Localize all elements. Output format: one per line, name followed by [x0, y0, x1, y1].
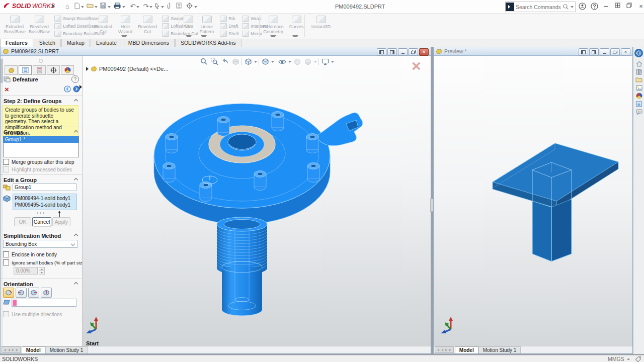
highlight-bodies-checkbox[interactable]: Highlight processed bodies: [3, 166, 72, 172]
merge-groups-checkbox[interactable]: Merge groups after this step: [3, 159, 74, 165]
highlight-bodies-checkbox-box[interactable]: [3, 166, 9, 172]
maximize-button[interactable]: [615, 3, 624, 11]
preview-tile-right-button[interactable]: [589, 48, 599, 56]
taskpane-expand-icon[interactable]: [634, 49, 643, 57]
merge-groups-checkbox-box[interactable]: [3, 159, 9, 165]
panel-section-drag-dots[interactable]: [37, 212, 44, 214]
spinner-down-icon[interactable]: [39, 271, 44, 274]
options-gear-button[interactable]: [186, 3, 194, 11]
tab-sketch[interactable]: Sketch: [34, 39, 61, 47]
tab-scroll-buttons[interactable]: ◄◄►►: [2, 346, 21, 353]
tab-solidworks-addins[interactable]: SOLIDWORKS Add-Ins: [175, 39, 242, 47]
revolved-cut-button[interactable]: Revolved Cut: [137, 15, 157, 34]
preview-minimize-button[interactable]: [600, 48, 609, 56]
preview-model-tab[interactable]: Model: [455, 346, 478, 353]
curves-button[interactable]: Curves: [288, 15, 305, 29]
multiple-directions-checkbox[interactable]: Use multiple directions: [3, 311, 62, 317]
shell-button[interactable]: Shell: [220, 30, 238, 37]
model-tab[interactable]: Model: [22, 346, 45, 353]
custom-properties-icon[interactable]: [635, 100, 643, 108]
groups-listbox[interactable]: Group1 *: [3, 136, 79, 157]
home-button[interactable]: ⌂: [63, 3, 71, 11]
tab-configurationmanager[interactable]: [33, 65, 46, 75]
tag-icon[interactable]: [635, 356, 641, 362]
ok-button[interactable]: OK: [14, 217, 31, 226]
tab-dimxpertmanager[interactable]: [47, 65, 60, 75]
draft-button[interactable]: Draft: [220, 22, 238, 30]
design-library-icon[interactable]: [635, 68, 643, 75]
model-3d[interactable]: [83, 56, 431, 346]
close-app-button[interactable]: ×: [636, 3, 644, 11]
undo-button[interactable]: ↶: [129, 3, 137, 11]
tab-displaymanager[interactable]: [61, 65, 74, 75]
hole-wizard-button[interactable]: Hole Wizard: [117, 15, 134, 34]
cancel-button[interactable]: Cancel: [32, 217, 51, 226]
preview-close-button[interactable]: ×: [621, 48, 630, 56]
rib-button[interactable]: Rib: [220, 15, 238, 22]
search-caret-icon[interactable]: [571, 6, 574, 8]
simplification-method-dropdown[interactable]: Bounding Box: [3, 240, 77, 248]
instant3d-button[interactable]: Instant3D: [308, 15, 334, 29]
tab-markup[interactable]: Markup: [61, 39, 90, 47]
panel-flyout-arrow[interactable]: [79, 85, 82, 89]
orientation-x-button[interactable]: [16, 288, 27, 298]
ignore-small-bodies-checkbox[interactable]: Ignore small bodies (% of part size): [3, 259, 87, 265]
motion-study-tab[interactable]: Motion Study 1: [45, 346, 88, 353]
tile-left-button[interactable]: [377, 48, 386, 56]
search-input[interactable]: [514, 4, 562, 10]
doc-close-button[interactable]: ×: [419, 48, 429, 56]
group-body-item[interactable]: PM009495-1-solid body1: [15, 202, 75, 208]
group-body-item[interactable]: PM009494-1-solid body1: [15, 195, 75, 202]
units-label[interactable]: MMGS: [608, 356, 624, 362]
tab-propertymanager[interactable]: [19, 65, 32, 75]
threshold-spinner-field[interactable]: 0.00%: [14, 267, 38, 275]
panel-resize-handle[interactable]: [39, 59, 43, 63]
group-bodies-list[interactable]: PM009494-1-solid body1 PM009495-1-solid …: [13, 194, 77, 210]
file-explorer-icon[interactable]: [635, 76, 643, 83]
open-button[interactable]: [87, 3, 95, 11]
extruded-cut-button[interactable]: Extruded Cut: [93, 15, 113, 34]
save-button[interactable]: [100, 3, 108, 11]
search-icon[interactable]: [562, 4, 569, 10]
orientation-y-button[interactable]: [28, 288, 39, 298]
linear-pattern-button[interactable]: Linear Pattern: [198, 15, 215, 34]
solidworks-resources-icon[interactable]: [635, 60, 643, 67]
preview-model-3d[interactable]: [434, 56, 632, 346]
preview-viewport[interactable]: [434, 56, 632, 346]
options-caret-icon[interactable]: [194, 6, 197, 8]
tab-featuremanager[interactable]: [5, 65, 18, 75]
units-caret-icon[interactable]: [627, 358, 630, 360]
tab-mbd-dimensions[interactable]: MBD Dimensions: [123, 39, 175, 47]
restore-button[interactable]: [626, 3, 635, 11]
new-document-caret-icon[interactable]: [81, 6, 84, 8]
save-caret-icon[interactable]: [108, 6, 111, 8]
tile-right-button[interactable]: [387, 48, 397, 56]
apply-button[interactable]: Apply: [52, 217, 70, 226]
tab-features[interactable]: Features: [0, 39, 33, 47]
next-step-button[interactable]: [73, 85, 80, 93]
edit-group-collapse-chevron-icon[interactable]: [74, 178, 78, 182]
previous-step-button[interactable]: [64, 85, 71, 93]
extruded-boss-button[interactable]: Extruded Boss/Base: [4, 15, 25, 34]
preview-motion-study-tab[interactable]: Motion Study 1: [478, 346, 521, 353]
defeature-cancel-icon[interactable]: [5, 86, 9, 93]
attachments-button[interactable]: [167, 3, 175, 11]
fillet-button[interactable]: Fillet: [182, 15, 195, 29]
step-collapse-chevron-icon[interactable]: [74, 99, 78, 103]
dropdown-caret-icon[interactable]: [71, 242, 75, 246]
redo-button[interactable]: ↷: [142, 3, 150, 11]
multiple-directions-checkbox-box[interactable]: [3, 311, 9, 317]
forum-icon[interactable]: [635, 108, 643, 116]
properties-button[interactable]: [176, 3, 184, 11]
view-palette-icon[interactable]: [635, 84, 643, 92]
appearances-scenes-icon[interactable]: [635, 92, 643, 100]
group-name-field[interactable]: [13, 184, 76, 191]
minimize-button[interactable]: [603, 3, 612, 11]
preview-tile-left-button[interactable]: [579, 48, 588, 56]
undo-caret-icon[interactable]: [136, 6, 139, 8]
defeature-help-icon[interactable]: [71, 75, 79, 83]
enclose-checkbox[interactable]: Enclose in one body: [3, 251, 57, 257]
direction-reference-field[interactable]: [12, 299, 76, 307]
group-list-item[interactable]: Group1 *: [4, 136, 78, 143]
print-button[interactable]: [114, 3, 122, 11]
